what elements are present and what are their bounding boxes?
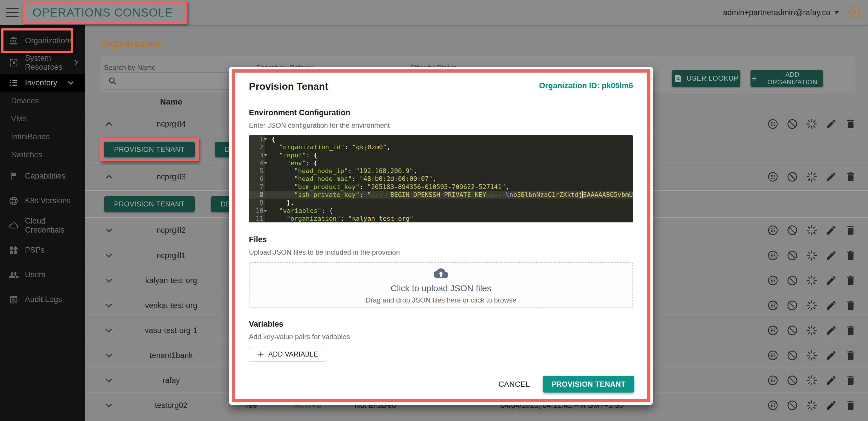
edit-icon[interactable] (825, 325, 837, 336)
block-icon[interactable] (786, 300, 798, 311)
block-icon[interactable] (786, 349, 798, 361)
block-icon[interactable] (786, 325, 798, 336)
block-icon[interactable] (786, 374, 798, 386)
provision-tenant-button[interactable]: PROVISION TENANT (104, 142, 195, 157)
json-config-editor[interactable]: 1{2"organization_id": "gkj0zm0",3"input"… (249, 135, 633, 222)
sidebar-item-system-resources[interactable]: System Resources (0, 52, 85, 74)
files-heading: Files (249, 235, 633, 244)
blur-circular-icon[interactable] (767, 325, 779, 336)
upload-subtitle: Drag and drop JSON files here or click t… (366, 296, 517, 304)
file-upload-dropzone[interactable]: Click to upload JSON files Drag and drop… (249, 262, 633, 308)
add-organization-button[interactable]: ADD ORGANIZATION (750, 70, 823, 87)
delete-icon[interactable] (845, 399, 857, 411)
spinner-icon[interactable] (806, 349, 817, 361)
line-number: 5 (249, 167, 265, 175)
spinner-icon[interactable] (806, 118, 817, 130)
blur-circular-icon[interactable] (767, 171, 779, 183)
row-expand-chevron-down-icon[interactable] (100, 275, 118, 286)
edit-icon[interactable] (825, 275, 837, 286)
blur-circular-icon[interactable] (767, 300, 779, 311)
spinner-icon[interactable] (806, 250, 817, 261)
delete-icon[interactable] (845, 250, 857, 261)
blur-circular-icon[interactable] (767, 374, 779, 386)
edit-icon[interactable] (825, 399, 837, 411)
block-icon[interactable] (786, 250, 798, 261)
user-lookup-button[interactable]: USER LOOKUP (672, 70, 740, 87)
fold-arrow-icon[interactable] (264, 209, 267, 212)
spinner-icon[interactable] (806, 224, 817, 236)
delete-icon[interactable] (845, 374, 857, 386)
fold-arrow-icon[interactable] (264, 162, 267, 164)
sidebar-item-cloud-credentials[interactable]: Cloud Credentials (0, 213, 85, 238)
spinner-icon[interactable] (806, 399, 817, 411)
sidebar-item-devices[interactable]: Devices (0, 92, 85, 110)
block-icon[interactable] (786, 399, 798, 411)
row-expand-chevron-down-icon[interactable] (100, 224, 118, 236)
blur-circular-icon[interactable] (767, 399, 779, 411)
spinner-icon[interactable] (806, 171, 817, 183)
sidebar-item-audit-logs[interactable]: Audit Logs (0, 287, 85, 312)
delete-icon[interactable] (845, 118, 857, 130)
edit-icon[interactable] (825, 224, 837, 236)
spinner-icon[interactable] (806, 275, 817, 286)
sidebar-item-vms[interactable]: VMs (0, 110, 85, 128)
spinner-icon[interactable] (806, 300, 817, 311)
sidebar-item-infinibands[interactable]: InfiniBands (0, 128, 85, 146)
row-expand-chevron-down-icon[interactable] (100, 374, 118, 386)
blur-circular-icon[interactable] (767, 118, 779, 130)
flag-icon (9, 171, 19, 181)
help-icon[interactable]: ? (849, 7, 861, 18)
sidebar-item-users[interactable]: Users (0, 262, 85, 287)
row-expand-chevron-up-icon[interactable] (100, 118, 118, 130)
sidebar-item-k8s-versions[interactable]: K8s Versions (0, 189, 85, 213)
add-variable-button[interactable]: ADD VARIABLE (249, 347, 326, 362)
blur-circular-icon[interactable] (767, 349, 779, 361)
sidebar-item-label: VMs (11, 114, 27, 123)
row-expand-chevron-down-icon[interactable] (100, 325, 118, 336)
sidebar-item-organizations[interactable]: Organizations (0, 30, 85, 52)
block-icon[interactable] (786, 275, 798, 286)
blur-circular-icon[interactable] (767, 224, 779, 236)
editor-line-9: 9}, (249, 199, 633, 206)
row-expand-chevron-down-icon[interactable] (100, 399, 118, 411)
sidebar-item-psps[interactable]: PSPs (0, 238, 85, 262)
users-icon (9, 270, 19, 280)
row-actions (767, 224, 857, 236)
edit-icon[interactable] (825, 250, 837, 261)
sidebar-item-inventory[interactable]: Inventory (0, 74, 85, 92)
row-expand-chevron-up-icon[interactable] (100, 171, 118, 183)
delete-icon[interactable] (845, 349, 857, 361)
blur-circular-icon[interactable] (767, 275, 779, 286)
spinner-icon[interactable] (806, 325, 817, 336)
delete-icon[interactable] (845, 171, 857, 183)
row-expand-chevron-down-icon[interactable] (100, 300, 118, 311)
fold-arrow-icon[interactable] (264, 138, 267, 141)
delete-icon[interactable] (845, 275, 857, 286)
menu-icon[interactable] (6, 8, 19, 17)
user-account-menu[interactable]: admin+partneradmin@rafay.co (723, 8, 839, 17)
edit-icon[interactable] (825, 349, 837, 361)
block-icon[interactable] (786, 171, 798, 183)
provision-tenant-button[interactable]: PROVISION TENANT (104, 196, 195, 212)
sidebar-item-switches[interactable]: Switches (0, 146, 85, 164)
edit-icon[interactable] (825, 374, 837, 386)
delete-icon[interactable] (845, 300, 857, 311)
sidebar-item-capabilities[interactable]: Capabilities (0, 164, 85, 189)
block-icon[interactable] (786, 224, 798, 236)
sidebar-item-label: Devices (11, 96, 39, 105)
sidebar-item-label: System Resources (25, 54, 62, 72)
edit-icon[interactable] (825, 171, 837, 183)
delete-icon[interactable] (845, 325, 857, 336)
cancel-button[interactable]: CANCEL (498, 380, 530, 389)
row-expand-chevron-down-icon[interactable] (100, 349, 118, 361)
spinner-icon[interactable] (806, 374, 817, 386)
blur-circular-icon[interactable] (767, 250, 779, 261)
fold-arrow-icon[interactable] (264, 154, 267, 157)
block-icon[interactable] (786, 118, 798, 130)
edit-icon[interactable] (825, 118, 837, 130)
edit-icon[interactable] (825, 300, 837, 311)
search-by-name-label: Search by Name (104, 63, 156, 72)
row-expand-chevron-down-icon[interactable] (100, 250, 118, 261)
delete-icon[interactable] (845, 224, 857, 236)
provision-tenant-submit-button[interactable]: PROVISION TENANT (543, 376, 634, 393)
